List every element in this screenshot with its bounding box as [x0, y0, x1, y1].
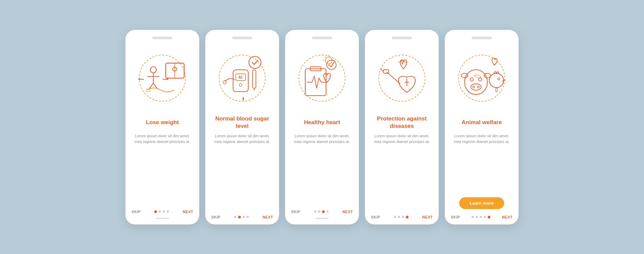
icon-area-animal-welfare: [455, 45, 508, 112]
dot-3-2: [322, 210, 325, 213]
icon-area-protection: [375, 45, 429, 112]
dots-1: [154, 210, 169, 213]
phone-notch-4: [392, 37, 412, 39]
card-title-blood-sugar: Normal blood sugar level: [211, 115, 273, 130]
card-animal-welfare: Animal welfare Lorem ipsum dolor sit dim…: [445, 30, 519, 224]
dots-4: [394, 216, 409, 218]
dot-4-2: [402, 216, 404, 218]
svg-rect-19: [253, 70, 256, 88]
dot-1-0: [154, 210, 157, 213]
icon-area-lose-weight: [136, 45, 189, 112]
next-button-2[interactable]: NEXT: [263, 215, 273, 219]
skip-button-3[interactable]: SKIP: [291, 210, 301, 214]
svg-line-37: [380, 69, 383, 71]
phone-notch-5: [472, 37, 492, 39]
dot-2-0: [234, 216, 236, 218]
blood-sugar-icon: 82: [216, 50, 268, 107]
card-text-blood-sugar: Lorem ipsum dolor sit dim amet, mea regi…: [211, 133, 273, 208]
svg-point-45: [473, 86, 475, 88]
dots-5: [472, 216, 490, 218]
dot-4-3: [406, 216, 409, 218]
dot-4-0: [394, 216, 396, 218]
svg-line-35: [387, 72, 398, 82]
animal-welfare-icon: [455, 49, 508, 107]
svg-point-29: [327, 60, 336, 69]
phone-notch: [152, 37, 172, 39]
nav-row-1: SKIP NEXT: [131, 207, 193, 214]
next-button-4[interactable]: NEXT: [422, 215, 433, 219]
svg-point-42: [470, 78, 474, 81]
lose-weight-icon: [137, 50, 187, 107]
dot-1-2: [163, 210, 165, 213]
dots-2: [234, 216, 249, 218]
protection-icon: [375, 49, 429, 107]
dot-5-2: [480, 216, 482, 218]
svg-marker-10: [138, 78, 140, 80]
skip-button-5[interactable]: SKIP: [451, 215, 460, 219]
dot-2-1: [238, 216, 241, 218]
healthy-heart-icon: [295, 49, 349, 107]
dot-4-1: [398, 216, 400, 218]
card-title-healthy-heart: Healthy heart: [304, 115, 340, 130]
card-lose-weight: Lose weight Lorem ipsum dolor sit dim am…: [125, 30, 199, 224]
scroll-indicator-1: [156, 218, 169, 219]
dot-1-3: [167, 210, 169, 213]
next-button-3[interactable]: NEXT: [342, 210, 353, 214]
svg-point-44: [471, 84, 481, 90]
card-blood-sugar: 82 Normal blood sugar level Lorem ipsum …: [205, 30, 279, 224]
dot-2-2: [243, 216, 245, 218]
phone-notch-2: [232, 37, 252, 39]
nav-row-3: SKIP NEXT: [291, 207, 353, 214]
svg-point-40: [461, 73, 468, 78]
dot-5-4: [488, 216, 490, 218]
icon-area-healthy-heart: [295, 45, 349, 112]
card-title-animal-welfare: Animal welfare: [462, 115, 502, 130]
phone-notch-3: [312, 37, 332, 39]
svg-line-27: [325, 56, 326, 57]
next-button-5[interactable]: NEXT: [502, 215, 513, 219]
learn-more-button[interactable]: Learn more: [459, 197, 504, 209]
dot-5-0: [472, 216, 474, 218]
svg-point-4: [150, 67, 156, 73]
svg-point-43: [479, 78, 482, 81]
icon-area-blood-sugar: 82: [215, 45, 269, 112]
card-title-protection: Protection against diseases: [371, 115, 433, 130]
svg-point-47: [489, 73, 504, 88]
svg-point-21: [223, 81, 226, 84]
card-text-lose-weight: Lorem ipsum dolor sit dim amet, mea regi…: [131, 133, 193, 202]
dot-3-0: [314, 210, 316, 213]
svg-point-41: [484, 73, 490, 78]
nav-row-4: SKIP NEXT: [371, 212, 433, 219]
svg-rect-36: [383, 70, 389, 73]
dots-3: [314, 210, 329, 213]
dot-5-1: [476, 216, 478, 218]
svg-text:82: 82: [238, 75, 242, 79]
svg-point-48: [498, 78, 500, 80]
svg-point-39: [465, 70, 487, 95]
dot-3-3: [326, 210, 329, 213]
card-text-animal-welfare: Lorem ipsum dolor sit dim amet, mea regi…: [451, 133, 513, 193]
nav-row-5: SKIP NEXT: [451, 212, 513, 219]
svg-point-46: [477, 86, 479, 88]
card-healthy-heart: Healthy heart Lorem ipsum dolor sit dim …: [285, 30, 359, 224]
dot-1-1: [159, 210, 161, 213]
screens-container: Lose weight Lorem ipsum dolor sit dim am…: [125, 30, 519, 224]
dot-2-3: [247, 216, 249, 218]
dot-5-3: [484, 216, 486, 218]
card-protection: Protection against diseases Lorem ipsum …: [365, 30, 439, 224]
dot-3-1: [318, 210, 320, 213]
svg-point-14: [249, 56, 261, 68]
card-title-lose-weight: Lose weight: [146, 115, 179, 130]
scroll-indicator-3: [315, 218, 329, 219]
card-text-protection: Lorem ipsum dolor sit dim amet, mea regi…: [371, 133, 433, 208]
next-button-1[interactable]: NEXT: [183, 210, 193, 214]
nav-row-2: SKIP NEXT: [211, 212, 273, 219]
card-text-healthy-heart: Lorem ipsum dolor sit dim amet, mea regi…: [291, 133, 353, 202]
skip-button-4[interactable]: SKIP: [371, 215, 380, 219]
skip-button-2[interactable]: SKIP: [211, 215, 221, 219]
svg-point-18: [239, 84, 242, 86]
skip-button-1[interactable]: SKIP: [131, 210, 141, 214]
